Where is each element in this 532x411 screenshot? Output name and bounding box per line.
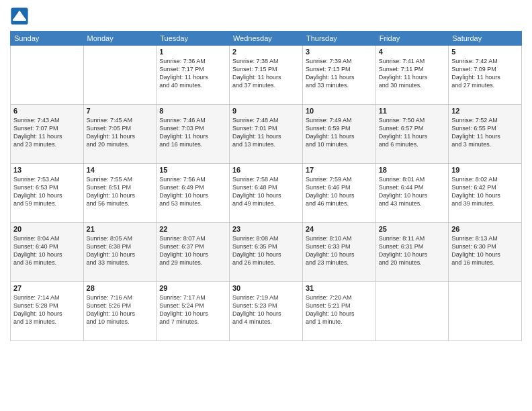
logo	[10, 7, 30, 26]
calendar-cell: 31Sunrise: 7:20 AMSunset: 5:21 PMDayligh…	[302, 282, 375, 341]
calendar-cell	[83, 46, 157, 105]
calendar-cell: 13Sunrise: 7:53 AMSunset: 6:53 PMDayligh…	[11, 164, 84, 223]
day-info: Sunrise: 7:17 AMSunset: 5:24 PMDaylight:…	[159, 293, 226, 326]
day-info: Sunrise: 7:42 AMSunset: 7:09 PMDaylight:…	[451, 57, 519, 90]
day-info: Sunrise: 7:14 AMSunset: 5:28 PMDaylight:…	[13, 293, 81, 326]
day-info: Sunrise: 7:49 AMSunset: 6:59 PMDaylight:…	[306, 116, 373, 149]
day-number: 9	[232, 107, 300, 115]
day-info: Sunrise: 7:50 AMSunset: 6:57 PMDaylight:…	[379, 116, 445, 149]
day-number: 27	[13, 284, 81, 292]
day-number: 11	[379, 107, 445, 115]
day-header-thursday: Thursday	[302, 32, 375, 46]
calendar-cell: 3Sunrise: 7:39 AMSunset: 7:13 PMDaylight…	[302, 46, 375, 105]
day-info: Sunrise: 7:59 AMSunset: 6:46 PMDaylight:…	[306, 175, 373, 208]
calendar-week-row: 20Sunrise: 8:04 AMSunset: 6:40 PMDayligh…	[11, 223, 522, 282]
calendar-cell: 27Sunrise: 7:14 AMSunset: 5:28 PMDayligh…	[11, 282, 84, 341]
calendar-cell: 8Sunrise: 7:46 AMSunset: 7:03 PMDaylight…	[157, 105, 230, 164]
calendar-cell: 25Sunrise: 8:11 AMSunset: 6:31 PMDayligh…	[375, 223, 448, 282]
day-number: 31	[306, 284, 373, 292]
calendar-header-row: SundayMondayTuesdayWednesdayThursdayFrid…	[11, 32, 522, 46]
day-info: Sunrise: 7:41 AMSunset: 7:11 PMDaylight:…	[379, 57, 445, 90]
day-info: Sunrise: 7:38 AMSunset: 7:15 PMDaylight:…	[232, 57, 300, 90]
day-info: Sunrise: 7:56 AMSunset: 6:49 PMDaylight:…	[159, 175, 226, 208]
calendar-cell	[11, 46, 84, 105]
day-number: 21	[87, 225, 154, 233]
page: SundayMondayTuesdayWednesdayThursdayFrid…	[0, 0, 532, 411]
calendar-cell: 14Sunrise: 7:55 AMSunset: 6:51 PMDayligh…	[83, 164, 157, 223]
day-number: 18	[379, 166, 445, 174]
day-number: 26	[451, 225, 519, 233]
day-info: Sunrise: 7:19 AMSunset: 5:23 PMDaylight:…	[232, 293, 300, 326]
calendar-cell: 19Sunrise: 8:02 AMSunset: 6:42 PMDayligh…	[449, 164, 522, 223]
day-info: Sunrise: 8:01 AMSunset: 6:44 PMDaylight:…	[379, 175, 445, 208]
calendar-week-row: 1Sunrise: 7:36 AMSunset: 7:17 PMDaylight…	[11, 46, 522, 105]
calendar-cell: 24Sunrise: 8:10 AMSunset: 6:33 PMDayligh…	[302, 223, 375, 282]
day-number: 14	[87, 166, 154, 174]
calendar-cell: 30Sunrise: 7:19 AMSunset: 5:23 PMDayligh…	[229, 282, 302, 341]
calendar-cell: 22Sunrise: 8:07 AMSunset: 6:37 PMDayligh…	[157, 223, 230, 282]
calendar-cell: 12Sunrise: 7:52 AMSunset: 6:55 PMDayligh…	[449, 105, 522, 164]
calendar-cell: 2Sunrise: 7:38 AMSunset: 7:15 PMDaylight…	[229, 46, 302, 105]
calendar-cell: 16Sunrise: 7:58 AMSunset: 6:48 PMDayligh…	[229, 164, 302, 223]
day-number: 16	[232, 166, 300, 174]
calendar-week-row: 13Sunrise: 7:53 AMSunset: 6:53 PMDayligh…	[11, 164, 522, 223]
calendar-cell: 21Sunrise: 8:05 AMSunset: 6:38 PMDayligh…	[83, 223, 157, 282]
day-info: Sunrise: 7:55 AMSunset: 6:51 PMDaylight:…	[87, 175, 154, 208]
day-info: Sunrise: 7:39 AMSunset: 7:13 PMDaylight:…	[306, 57, 373, 90]
day-number: 12	[451, 107, 519, 115]
calendar-cell: 7Sunrise: 7:45 AMSunset: 7:05 PMDaylight…	[83, 105, 157, 164]
day-number: 29	[159, 284, 226, 292]
day-header-wednesday: Wednesday	[229, 32, 302, 46]
day-number: 24	[306, 225, 373, 233]
day-header-tuesday: Tuesday	[157, 32, 230, 46]
day-info: Sunrise: 8:10 AMSunset: 6:33 PMDaylight:…	[306, 234, 373, 267]
day-info: Sunrise: 7:52 AMSunset: 6:55 PMDaylight:…	[451, 116, 519, 149]
day-info: Sunrise: 7:58 AMSunset: 6:48 PMDaylight:…	[232, 175, 300, 208]
day-info: Sunrise: 8:11 AMSunset: 6:31 PMDaylight:…	[379, 234, 445, 267]
day-info: Sunrise: 7:43 AMSunset: 7:07 PMDaylight:…	[13, 116, 81, 149]
calendar-cell: 10Sunrise: 7:49 AMSunset: 6:59 PMDayligh…	[302, 105, 375, 164]
calendar-week-row: 27Sunrise: 7:14 AMSunset: 5:28 PMDayligh…	[11, 282, 522, 341]
day-number: 2	[232, 48, 300, 56]
day-number: 8	[159, 107, 226, 115]
day-info: Sunrise: 7:46 AMSunset: 7:03 PMDaylight:…	[159, 116, 226, 149]
day-info: Sunrise: 7:48 AMSunset: 7:01 PMDaylight:…	[232, 116, 300, 149]
calendar-cell: 17Sunrise: 7:59 AMSunset: 6:46 PMDayligh…	[302, 164, 375, 223]
day-info: Sunrise: 7:36 AMSunset: 7:17 PMDaylight:…	[159, 57, 226, 90]
calendar-cell: 9Sunrise: 7:48 AMSunset: 7:01 PMDaylight…	[229, 105, 302, 164]
calendar-cell	[375, 282, 448, 341]
calendar-week-row: 6Sunrise: 7:43 AMSunset: 7:07 PMDaylight…	[11, 105, 522, 164]
day-number: 13	[13, 166, 81, 174]
day-info: Sunrise: 7:16 AMSunset: 5:26 PMDaylight:…	[87, 293, 154, 326]
day-number: 19	[451, 166, 519, 174]
header	[10, 7, 522, 26]
day-info: Sunrise: 8:07 AMSunset: 6:37 PMDaylight:…	[159, 234, 226, 267]
day-number: 3	[306, 48, 373, 56]
day-number: 22	[159, 225, 226, 233]
calendar-cell: 29Sunrise: 7:17 AMSunset: 5:24 PMDayligh…	[157, 282, 230, 341]
day-number: 23	[232, 225, 300, 233]
day-info: Sunrise: 7:45 AMSunset: 7:05 PMDaylight:…	[87, 116, 154, 149]
calendar-cell: 20Sunrise: 8:04 AMSunset: 6:40 PMDayligh…	[11, 223, 84, 282]
day-info: Sunrise: 8:05 AMSunset: 6:38 PMDaylight:…	[87, 234, 154, 267]
day-header-friday: Friday	[375, 32, 448, 46]
day-info: Sunrise: 8:02 AMSunset: 6:42 PMDaylight:…	[451, 175, 519, 208]
day-info: Sunrise: 8:13 AMSunset: 6:30 PMDaylight:…	[451, 234, 519, 267]
day-number: 1	[159, 48, 226, 56]
day-number: 10	[306, 107, 373, 115]
calendar-cell: 23Sunrise: 8:08 AMSunset: 6:35 PMDayligh…	[229, 223, 302, 282]
calendar-cell: 28Sunrise: 7:16 AMSunset: 5:26 PMDayligh…	[83, 282, 157, 341]
day-number: 4	[379, 48, 445, 56]
calendar-cell: 26Sunrise: 8:13 AMSunset: 6:30 PMDayligh…	[449, 223, 522, 282]
day-header-monday: Monday	[83, 32, 157, 46]
day-number: 15	[159, 166, 226, 174]
day-number: 5	[451, 48, 519, 56]
calendar-cell: 15Sunrise: 7:56 AMSunset: 6:49 PMDayligh…	[157, 164, 230, 223]
day-number: 20	[13, 225, 81, 233]
calendar-cell: 18Sunrise: 8:01 AMSunset: 6:44 PMDayligh…	[375, 164, 448, 223]
calendar-cell: 5Sunrise: 7:42 AMSunset: 7:09 PMDaylight…	[449, 46, 522, 105]
day-info: Sunrise: 7:53 AMSunset: 6:53 PMDaylight:…	[13, 175, 81, 208]
day-number: 7	[87, 107, 154, 115]
calendar-cell: 1Sunrise: 7:36 AMSunset: 7:17 PMDaylight…	[157, 46, 230, 105]
calendar-cell: 6Sunrise: 7:43 AMSunset: 7:07 PMDaylight…	[11, 105, 84, 164]
